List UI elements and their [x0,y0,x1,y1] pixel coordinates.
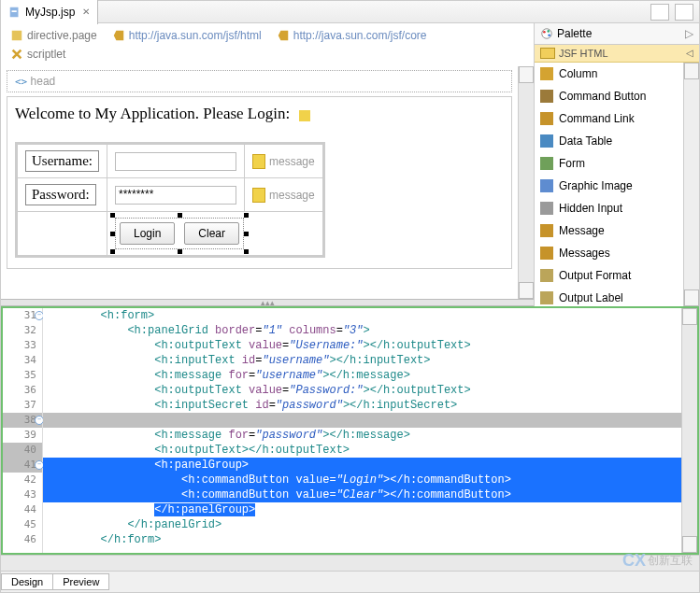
login-button[interactable]: Login [120,222,175,245]
message-text: message [269,189,315,202]
angle-brackets-icon: <> [15,76,27,88]
palette-item-label: Command Button [559,90,646,103]
svg-point-8 [548,34,550,36]
palette-item[interactable]: Output Format [535,264,683,287]
component-icon [540,224,553,237]
palette-group-jsf-html[interactable]: JSF HTML ◁ [535,45,699,63]
clear-button[interactable]: Clear [184,222,239,245]
message-text: message [269,155,315,168]
palette-item-label: Message [559,224,605,237]
login-form-panel[interactable]: Username: message Password: ******** mes… [15,142,325,258]
welcome-text: Welcome to My Application. Please Login: [15,105,290,122]
palette-item[interactable]: Messages [535,242,683,264]
palette-item[interactable]: Column [535,63,683,85]
horizontal-splitter[interactable]: ▴▴▴ [1,299,534,306]
taglib-icon [277,29,290,42]
line-number-gutter[interactable]: 31−32333435363738−394041−4243444546 [3,308,43,553]
jsp-file-icon [8,6,21,19]
palette-item-label: Messages [559,247,610,260]
breadcrumb-directive[interactable]: directive.page [10,29,97,42]
close-icon[interactable]: ✕ [82,7,90,17]
scroll-down-arrow[interactable] [682,536,697,553]
design-surface[interactable]: <> head Welcome to My Application. Pleas… [1,66,518,299]
palette-items-list: ColumnCommand ButtonCommand LinkData Tab… [535,63,683,306]
scroll-up-arrow[interactable] [684,63,699,79]
component-icon [540,179,553,192]
svg-rect-2 [12,31,22,41]
palette-item-label: Form [559,157,585,170]
palette-item-label: Hidden Input [559,202,622,215]
source-editor[interactable]: 31−32333435363738−394041−4243444546 <h:f… [1,306,699,555]
scroll-up-arrow[interactable] [519,66,534,83]
source-vertical-scrollbar[interactable] [681,308,697,553]
password-label: Password: [25,184,96,205]
palette-item[interactable]: Form [535,152,683,175]
component-icon [540,112,553,125]
svg-point-6 [543,31,546,34]
page-body: Welcome to My Application. Please Login:… [7,96,512,269]
palette-item-label: Output Format [559,269,631,282]
scroll-down-arrow[interactable] [684,289,699,306]
svg-marker-4 [279,31,289,41]
breadcrumb-taglib-core[interactable]: http://java.sun.com/jsf/core [277,29,427,42]
component-icon [540,269,553,282]
palette-item-label: Command Link [559,112,635,125]
editor-tabs-bar: MyJsp.jsp ✕ [1,1,699,23]
anchor-icon[interactable] [299,110,310,121]
breadcrumb-taglib-html[interactable]: http://java.sun.com/jsf/html [112,29,262,42]
username-input[interactable] [115,152,236,171]
palette-item[interactable]: Data Table [535,130,683,152]
svg-point-5 [542,29,552,39]
palette-vertical-scrollbar[interactable] [683,63,699,306]
svg-point-7 [547,30,550,33]
password-input[interactable]: ******** [115,186,236,205]
message-icon [252,188,265,203]
editor-tab-label: MyJsp.jsp [25,6,75,19]
username-label: Username: [25,150,99,172]
design-vertical-scrollbar[interactable] [518,66,534,299]
palette-header[interactable]: Palette ▷ [535,23,699,45]
palette-item[interactable]: Graphic Image [535,175,683,197]
component-icon [540,291,553,304]
chevron-right-icon[interactable]: ▷ [685,27,693,40]
scroll-up-arrow[interactable] [682,308,697,325]
minimize-view-button[interactable] [650,4,669,21]
taglib-icon [112,29,125,42]
component-icon [540,67,553,80]
svg-marker-3 [113,31,123,41]
palette-item-label: Column [559,67,597,80]
palette-item[interactable]: Output Label [535,287,683,306]
palette-item[interactable]: Command Link [535,107,683,130]
component-icon [540,90,553,103]
collapse-icon[interactable]: ◁ [686,45,693,62]
tab-design[interactable]: Design [1,573,53,590]
palette-item-label: Output Label [559,291,623,304]
palette-title: Palette [557,27,592,40]
component-icon [540,202,553,215]
palette-item-label: Graphic Image [559,179,633,192]
message-icon [252,154,265,169]
jsp-breadcrumb-row-1: directive.page http://java.sun.com/jsf/h… [1,23,534,48]
tab-preview[interactable]: Preview [52,573,109,590]
directive-icon [10,29,23,42]
palette-item-label: Data Table [559,134,612,148]
palette-icon [540,27,553,40]
scriptlet-icon [10,48,23,61]
component-icon [540,157,553,170]
scroll-down-arrow[interactable] [519,282,534,299]
palette-item[interactable]: Message [535,219,683,242]
svg-rect-1 [12,10,17,12]
head-section[interactable]: <> head [7,70,512,92]
editor-mode-tabs: Design Preview [1,571,699,592]
palette-item[interactable]: Hidden Input [535,197,683,219]
palette-group-folder-icon [540,48,555,59]
breadcrumb-scriptlet[interactable]: scriptlet [10,48,65,61]
palette-item[interactable]: Command Button [535,85,683,107]
button-panel-group[interactable]: Login Clear [115,218,244,249]
component-icon [540,134,553,148]
maximize-view-button[interactable] [675,4,693,21]
jsp-breadcrumb-row-2: scriptlet [1,48,534,66]
code-area[interactable]: <h:form> <h:panelGrid border="1" columns… [43,308,681,553]
editor-tab[interactable]: MyJsp.jsp ✕ [1,0,98,24]
source-horizontal-scrollbar[interactable] [1,555,699,571]
